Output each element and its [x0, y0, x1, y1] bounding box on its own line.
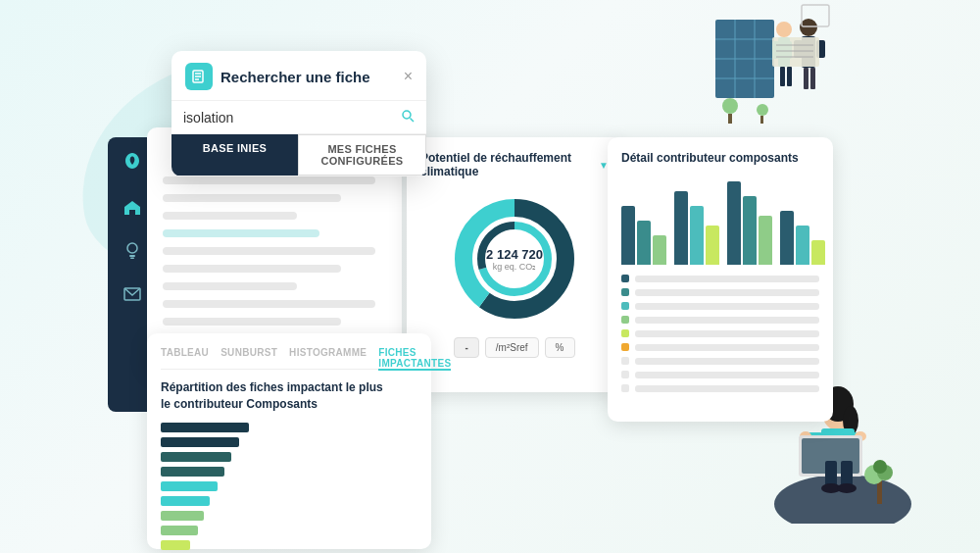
svg-rect-48 [129, 255, 135, 257]
search-dialog: Rechercher une fiche × BASE INIES MES FI… [172, 51, 426, 176]
horiz-bar-3 [161, 452, 231, 462]
horiz-bar-row-7 [161, 511, 417, 521]
svg-rect-24 [728, 114, 732, 124]
tab-base-inies[interactable]: BASE INIES [172, 134, 298, 176]
search-tabs: BASE INIES MES FICHES CONFIGURÉES [172, 134, 426, 176]
horiz-bar-5 [161, 481, 218, 491]
sidebar-item-mail[interactable] [121, 282, 144, 306]
tab-fiches-impactantes[interactable]: FICHES IMPACTANTES [378, 347, 451, 371]
svg-point-47 [127, 243, 137, 253]
horiz-bar-9 [161, 540, 190, 550]
climate-panel-title: Potentiel de réchauffement climatique ▼ [420, 151, 609, 178]
detail-line-row-2 [621, 288, 819, 296]
donut-unit: kg eq. CO₂ [486, 262, 543, 272]
list-line-3 [163, 212, 297, 220]
tab-bar: TABLEAU SUNBURST HISTOGRAMME FICHES IMPA… [161, 347, 417, 370]
detail-dot-1 [621, 275, 629, 282]
tab-mes-fiches[interactable]: MES FICHES CONFIGURÉES [298, 134, 426, 176]
detail-dot-2 [621, 288, 629, 296]
detail-dot-8 [621, 371, 629, 378]
horiz-bar-6 [161, 496, 210, 506]
btn-minus[interactable]: - [454, 337, 478, 358]
svg-point-6 [776, 22, 792, 37]
svg-point-42 [837, 483, 857, 493]
tab-histogramme[interactable]: HISTOGRAMME [289, 347, 367, 363]
detail-text-3 [635, 303, 819, 310]
detail-panel-title: Détail contributeur composants [621, 151, 819, 165]
detail-text-7 [635, 358, 819, 365]
donut-chart: 2 124 720 kg eq. CO₂ [420, 190, 609, 327]
svg-point-46 [873, 460, 887, 474]
horiz-bar-row-8 [161, 526, 417, 535]
bar-group-3 [727, 181, 772, 265]
horiz-bar-row-5 [161, 481, 417, 491]
bar-4a [780, 211, 794, 265]
sidebar-item-home[interactable] [121, 196, 144, 220]
bar-1a [621, 206, 635, 265]
svg-point-55 [403, 111, 411, 119]
search-input-row [172, 101, 426, 134]
svg-point-25 [757, 104, 768, 116]
btn-unit[interactable]: /m²Sref [485, 337, 539, 358]
donut-center: 2 124 720 kg eq. CO₂ [486, 247, 543, 272]
list-line-4 [163, 229, 319, 237]
detail-text-2 [635, 289, 819, 296]
detail-dot-3 [621, 302, 629, 310]
horiz-bar-row-4 [161, 467, 417, 477]
bar-3a [727, 181, 741, 265]
list-line-5 [163, 247, 375, 255]
bottom-panel-title: Répartition des fiches impactant le plus… [161, 379, 417, 413]
horiz-bar-row-2 [161, 437, 417, 447]
detail-dot-6 [621, 343, 629, 351]
horiz-bar-4 [161, 467, 224, 477]
bar-group-1 [621, 206, 666, 265]
tab-sunburst[interactable]: SUNBURST [220, 347, 277, 363]
bar-group-2 [674, 191, 719, 265]
detail-text-5 [635, 330, 819, 337]
bar-2b [690, 206, 704, 265]
svg-line-56 [411, 119, 415, 123]
svg-point-23 [722, 98, 738, 114]
btn-percent[interactable]: % [545, 337, 575, 358]
detail-line-row-7 [621, 357, 819, 365]
list-line-7 [163, 282, 297, 290]
sidebar-logo [121, 149, 144, 173]
list-line-6 [163, 265, 341, 273]
bar-4b [796, 226, 809, 265]
detail-line-row-9 [621, 384, 819, 392]
detail-text-4 [635, 317, 819, 324]
dialog-icon [185, 63, 213, 90]
search-input[interactable] [183, 110, 401, 126]
search-icon [401, 109, 415, 126]
svg-rect-49 [130, 258, 134, 260]
bar-4c [811, 240, 825, 265]
detail-line-row-4 [621, 316, 819, 324]
bar-3c [759, 216, 772, 265]
horiz-bar-row-3 [161, 452, 417, 462]
svg-rect-11 [787, 67, 792, 86]
list-line-1 [163, 176, 375, 184]
detail-dot-5 [621, 329, 629, 337]
detail-lines [621, 275, 819, 392]
sidebar-item-bulb[interactable] [121, 239, 144, 263]
tab-tableau[interactable]: TABLEAU [161, 347, 209, 363]
bar-group-4 [780, 211, 825, 265]
detail-panel: Détail contributeur composants [608, 137, 833, 422]
list-line-9 [163, 318, 341, 326]
detail-dot-7 [621, 357, 629, 365]
dialog-title-row: Rechercher une fiche [185, 63, 370, 90]
close-button[interactable]: × [404, 68, 413, 85]
detail-text-1 [635, 276, 819, 282]
bar-3b [743, 196, 757, 265]
detail-line-row-8 [621, 371, 819, 378]
bar-chart [621, 176, 819, 265]
horiz-bar-row-9 [161, 540, 417, 550]
list-line-8 [163, 300, 375, 308]
detail-dot-4 [621, 316, 629, 324]
svg-rect-16 [804, 68, 808, 89]
horizontal-bars [161, 423, 417, 553]
detail-line-row-6 [621, 343, 819, 351]
bar-1c [653, 235, 666, 265]
horiz-bar-1 [161, 423, 249, 432]
bar-2a [674, 191, 688, 265]
